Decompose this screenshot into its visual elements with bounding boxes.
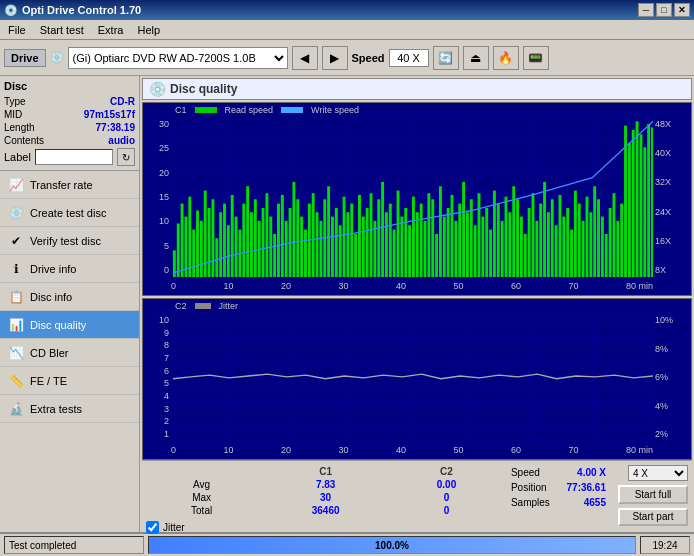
settings-button[interactable]: 📟 [523,46,549,70]
svg-rect-49 [300,217,303,278]
svg-rect-109 [532,193,535,277]
svg-rect-81 [424,221,427,277]
bx-0: 0 [171,445,176,455]
drive-select[interactable]: (Gi) Optiarc DVD RW AD-7200S 1.0B [68,47,288,69]
svg-rect-50 [304,230,307,278]
nav-fe-te-label: FE / TE [30,375,67,387]
svg-rect-125 [593,186,596,277]
menu-extra[interactable]: Extra [92,22,130,38]
write-speed-legend: Write speed [311,105,359,115]
svg-rect-130 [613,193,616,277]
svg-rect-101 [501,221,504,277]
menu-start-test[interactable]: Start test [34,22,90,38]
maximize-button[interactable]: □ [656,3,672,17]
bx-20: 20 [281,445,291,455]
status-progress-wrap: 100.0% [148,536,636,554]
contents-value: audio [108,135,135,146]
y-label-25: 25 [143,143,171,153]
svg-rect-23 [200,221,203,277]
mid-label: MID [4,109,22,120]
y-label-10: 10 [143,216,171,226]
nav-transfer-rate[interactable]: 📈 Transfer rate [0,171,139,199]
avg-label: Avg [146,478,257,491]
stats-bar: C1 C2 Avg 7.83 0.00 Max 30 0 [142,460,692,530]
disc-quality-header: 💿 Disc quality [142,78,692,100]
statusbar: Test completed 100.0% 19:24 [0,532,694,556]
svg-rect-100 [497,204,500,278]
nav-extra-tests[interactable]: 🔬 Extra tests [0,395,139,423]
menu-file[interactable]: File [2,22,32,38]
nav-cd-bler[interactable]: 📉 CD Bler [0,339,139,367]
svg-rect-106 [520,217,523,278]
nav-create-test-disc[interactable]: 💿 Create test disc [0,199,139,227]
by-4: 4 [143,391,171,401]
start-part-button[interactable]: Start part [618,508,688,526]
svg-rect-25 [208,208,211,277]
jitter-checkbox-row: Jitter [146,521,499,534]
top-chart-y-labels: 30 25 20 15 10 5 0 [143,117,171,277]
svg-rect-36 [250,212,253,277]
svg-rect-88 [451,195,454,277]
content-area: 💿 Disc quality C1 Read speed Write speed… [140,76,694,532]
svg-rect-80 [420,204,423,278]
speed-stat-row: Speed 4.00 X [511,467,606,478]
jitter-checkbox[interactable] [146,521,159,534]
refresh-button[interactable]: 🔄 [433,46,459,70]
speed-select[interactable]: 4 X [628,465,688,481]
nav-verify-test-disc[interactable]: ✔ Verify test disc [0,227,139,255]
start-full-button[interactable]: Start full [618,485,688,503]
nav-disc-info[interactable]: 📋 Disc info [0,283,139,311]
y-label-20: 20 [143,168,171,178]
next-drive-button[interactable]: ▶ [322,46,348,70]
prev-drive-button[interactable]: ◀ [292,46,318,70]
contents-row: Contents audio [4,135,135,146]
burn-button[interactable]: 🔥 [493,46,519,70]
label-input[interactable] [35,149,113,165]
read-speed-color [195,107,217,113]
svg-rect-83 [431,199,434,277]
svg-rect-82 [427,193,430,277]
svg-rect-43 [277,204,280,278]
bx-80: 80 min [626,445,653,455]
by-2: 2 [143,416,171,426]
samples-stat-row: Samples 4655 [511,497,606,508]
svg-rect-32 [235,217,238,278]
svg-rect-72 [389,204,392,278]
by-right-6pct: 6% [655,372,689,382]
eject-button[interactable]: ⏏ [463,46,489,70]
cd-bler-icon: 📉 [8,345,24,361]
by-right-4pct: 4% [655,401,689,411]
svg-rect-45 [285,221,288,277]
nav-disc-info-label: Disc info [30,291,72,303]
menu-help[interactable]: Help [131,22,166,38]
samples-stat-value: 4655 [584,497,606,508]
x-label-20: 20 [281,281,291,291]
nav-disc-quality[interactable]: 📊 Disc quality [0,311,139,339]
total-row: Total 36460 0 [146,504,499,517]
label-refresh-button[interactable]: ↻ [117,148,135,166]
minimize-button[interactable]: ─ [638,3,654,17]
stats-right: Speed 4.00 X Position 77:36.61 Samples 4… [507,465,610,526]
app-icon: 💿 [4,4,18,17]
total-label: Total [146,504,257,517]
bottom-chart: C2 Jitter 10 9 8 7 6 5 4 3 2 1 [142,298,692,460]
nav-fe-te[interactable]: 📏 FE / TE [0,367,139,395]
svg-rect-129 [609,208,612,277]
contents-label: Contents [4,135,44,146]
y-right-8x: 8X [655,265,689,275]
by-right-8pct: 8% [655,344,689,354]
svg-rect-116 [559,195,562,277]
svg-rect-135 [632,130,635,277]
position-stat-value: 77:36.61 [567,482,606,493]
jitter-line [173,374,653,379]
svg-rect-86 [443,217,446,278]
nav-disc-quality-label: Disc quality [30,319,86,331]
svg-rect-94 [474,225,477,277]
svg-rect-28 [219,212,222,277]
close-button[interactable]: ✕ [674,3,690,17]
total-c2: 0 [394,504,499,517]
label-row: Label ↻ [4,148,135,166]
svg-rect-95 [478,193,481,277]
menubar: File Start test Extra Help [0,20,694,40]
nav-drive-info[interactable]: ℹ Drive info [0,255,139,283]
